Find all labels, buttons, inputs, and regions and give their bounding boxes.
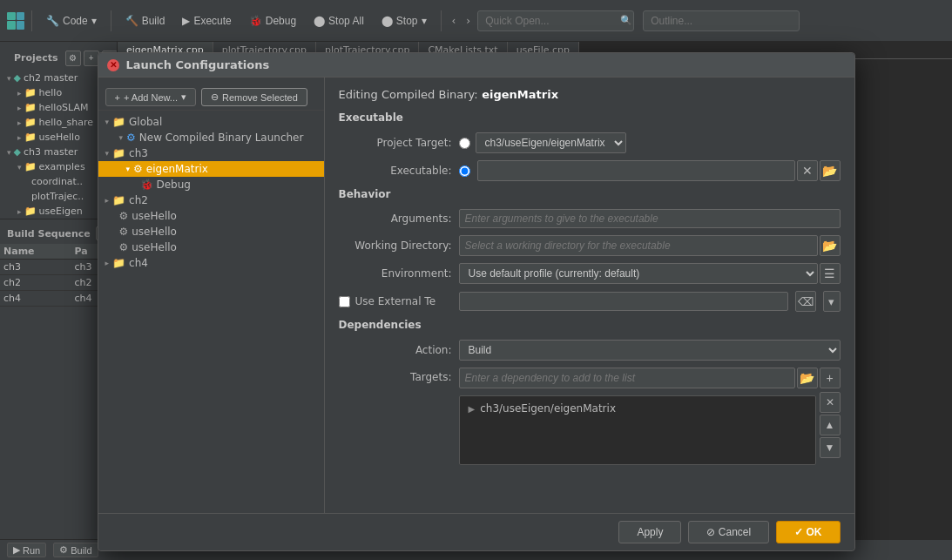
executable-label: Executable: bbox=[339, 165, 452, 177]
dialog-titlebar: ✕ Launch Configurations bbox=[98, 53, 854, 78]
executable-clear-btn[interactable]: ✕ bbox=[797, 160, 818, 181]
working-dir-browse-btn[interactable]: 📂 bbox=[820, 235, 841, 256]
dlg-tree-label: ch4 bbox=[129, 257, 148, 269]
dlg-tree-debug[interactable]: 🐞 Debug bbox=[98, 177, 324, 192]
dependencies-section: Dependencies Action: Build Targets: bbox=[339, 319, 841, 465]
working-dir-label: Working Directory: bbox=[339, 240, 452, 252]
add-chevron: ▾ bbox=[181, 91, 186, 103]
dlg-tree-label: Global bbox=[129, 116, 162, 128]
dlg-tree-label: ch2 bbox=[129, 194, 148, 206]
dlg-tree-useHello-3[interactable]: ⚙ useHello bbox=[98, 240, 324, 255]
launch-config-dialog: ✕ Launch Configurations + + Add New... ▾… bbox=[98, 52, 855, 551]
cancel-icon: ⊘ bbox=[706, 526, 715, 538]
remove-selected-btn[interactable]: ⊖ Remove Selected bbox=[201, 88, 307, 106]
target-up-btn[interactable]: ▲ bbox=[820, 415, 841, 435]
project-target-label: Project Target: bbox=[339, 137, 452, 149]
editing-header: Editing Compiled Binary: eigenMatrix bbox=[339, 88, 841, 101]
dlg-tree-label: eigenMatrix bbox=[146, 163, 208, 175]
behavior-section-title: Behavior bbox=[339, 188, 841, 200]
ext-terminal-clear-btn[interactable]: ⌫ bbox=[795, 291, 816, 312]
folder-icon: 📁 bbox=[112, 147, 125, 159]
ext-terminal-input[interactable]: konsole --noclose --workdir %workdir -e … bbox=[459, 292, 788, 311]
project-target-radio: ch3/useEigen/eigenMatrix bbox=[459, 132, 626, 153]
dlg-tree-label: Debug bbox=[157, 179, 191, 191]
target-remove-btn[interactable]: ✕ bbox=[820, 392, 841, 413]
dialog-left-panel: + + Add New... ▾ ⊖ Remove Selected ▾ 📁 G… bbox=[98, 78, 325, 513]
dlg-tree-new-compiled[interactable]: ▾ ⚙ New Compiled Binary Launcher bbox=[98, 130, 324, 145]
targets-list: ▶ ch3/useEigen/eigenMatrix bbox=[459, 395, 816, 465]
executable-section-title: Executable bbox=[339, 111, 841, 124]
ext-terminal-spacer: Use External Te bbox=[339, 295, 452, 307]
dlg-tree-ch3[interactable]: ▾ 📁 ch3 bbox=[98, 145, 324, 161]
targets-row: Targets: 📂 + ▶ c bbox=[339, 368, 841, 465]
dlg-tree-useHello-1[interactable]: ⚙ useHello bbox=[98, 208, 324, 224]
ok-btn[interactable]: ✓ OK bbox=[776, 521, 840, 543]
targets-side-btns: ✕ ▲ ▼ bbox=[820, 392, 841, 465]
targets-label: Targets: bbox=[339, 368, 452, 383]
dialog-toolbar: + + Add New... ▾ ⊖ Remove Selected bbox=[98, 84, 324, 111]
target-item[interactable]: ▶ ch3/useEigen/eigenMatrix bbox=[463, 400, 812, 417]
tree-arrow: ▸ bbox=[105, 196, 110, 205]
apply-btn[interactable]: Apply bbox=[618, 521, 681, 543]
environment-select[interactable]: Use default profile (currently: default) bbox=[459, 263, 818, 284]
add-icon: + bbox=[115, 92, 120, 103]
debug-icon: 🐞 bbox=[140, 179, 153, 191]
tree-arrow: ▾ bbox=[105, 118, 110, 126]
tree-arrow: ▾ bbox=[119, 133, 124, 142]
ext-terminal-checkbox[interactable] bbox=[339, 296, 350, 307]
arguments-input[interactable] bbox=[459, 209, 841, 228]
ext-terminal-checkbox-label: Use External Te bbox=[339, 295, 452, 307]
editing-name: eigenMatrix bbox=[482, 88, 558, 101]
dlg-tree-useHello-2[interactable]: ⚙ useHello bbox=[98, 224, 324, 240]
launcher-icon: ⚙ bbox=[119, 226, 129, 238]
dialog-title: Launch Configurations bbox=[126, 58, 270, 71]
environment-label: Environment: bbox=[339, 267, 452, 280]
dlg-tree-ch2[interactable]: ▸ 📁 ch2 bbox=[98, 192, 324, 208]
editing-prefix: Editing Compiled Binary: bbox=[339, 88, 478, 101]
action-select[interactable]: Build bbox=[459, 340, 841, 361]
environment-row: Environment: Use default profile (curren… bbox=[339, 263, 841, 284]
environment-settings-btn[interactable]: ☰ bbox=[820, 263, 841, 284]
executable-radio-btn[interactable] bbox=[459, 165, 470, 177]
launcher-icon: ⚙ bbox=[126, 132, 136, 144]
launcher-icon: ⚙ bbox=[119, 241, 129, 253]
arguments-row: Arguments: bbox=[339, 209, 841, 228]
dlg-tree-global[interactable]: ▾ 📁 Global bbox=[98, 114, 324, 130]
dialog-close-btn[interactable]: ✕ bbox=[107, 59, 119, 71]
targets-input[interactable] bbox=[459, 368, 795, 388]
add-new-btn[interactable]: + + Add New... ▾ bbox=[105, 88, 197, 106]
working-dir-row: Working Directory: 📂 bbox=[339, 235, 841, 256]
project-target-row: Project Target: ch3/useEigen/eigenMatrix bbox=[339, 132, 841, 153]
dependencies-title: Dependencies bbox=[339, 319, 841, 331]
executable-row: Executable: ury/slam/slambook2/ch3/build… bbox=[339, 160, 841, 181]
dlg-tree-label: useHello bbox=[132, 241, 177, 253]
dlg-tree-label: ch3 bbox=[129, 147, 148, 159]
target-down-btn[interactable]: ▼ bbox=[820, 437, 841, 458]
tree-arrow: ▾ bbox=[126, 165, 131, 173]
tree-arrow: ▸ bbox=[105, 259, 110, 267]
executable-radio bbox=[459, 165, 470, 177]
dlg-tree-label: useHello bbox=[132, 226, 177, 238]
folder-icon: 📁 bbox=[112, 257, 125, 269]
action-label: Action: bbox=[339, 344, 452, 356]
dialog-footer: Apply ⊘ Cancel ✓ OK bbox=[98, 513, 854, 550]
dlg-tree-eigen-matrix[interactable]: ▾ ⚙ eigenMatrix bbox=[98, 161, 324, 177]
tree-arrow: ▾ bbox=[105, 149, 110, 158]
working-dir-input[interactable] bbox=[459, 235, 818, 256]
targets-input-row: 📂 + bbox=[459, 368, 841, 388]
targets-browse-btn[interactable]: 📂 bbox=[797, 368, 818, 388]
ext-terminal-dropdown-btn[interactable]: ▾ bbox=[823, 291, 841, 312]
targets-content: 📂 + ▶ ch3/useEigen/eigenMatrix bbox=[459, 368, 841, 465]
project-target-radio-btn[interactable] bbox=[459, 138, 470, 149]
executable-browse-btn[interactable]: 📂 bbox=[820, 160, 841, 181]
dlg-tree-label: New Compiled Binary Launcher bbox=[139, 132, 304, 144]
cancel-label: Cancel bbox=[719, 526, 751, 538]
folder-icon: 📁 bbox=[112, 194, 125, 206]
project-target-select[interactable]: ch3/useEigen/eigenMatrix bbox=[476, 132, 626, 153]
targets-add-btn[interactable]: + bbox=[820, 368, 841, 388]
executable-input[interactable]: ury/slam/slambook2/ch3/build/useEigen/ei… bbox=[477, 160, 795, 181]
cancel-btn[interactable]: ⊘ Cancel bbox=[688, 521, 769, 543]
launcher-icon: ⚙ bbox=[133, 163, 143, 175]
target-label: ch3/useEigen/eigenMatrix bbox=[480, 402, 616, 415]
dlg-tree-ch4[interactable]: ▸ 📁 ch4 bbox=[98, 255, 324, 271]
